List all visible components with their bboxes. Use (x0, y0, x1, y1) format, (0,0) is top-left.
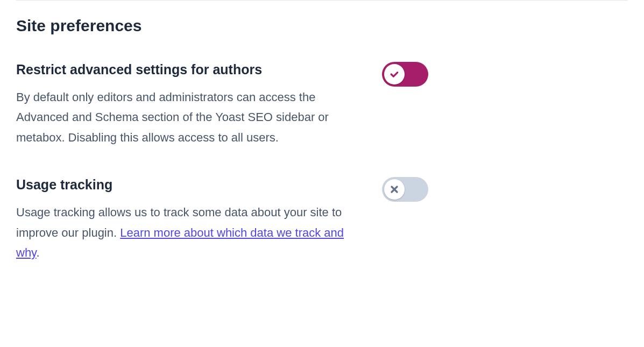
setting-description: By default only editors and administrato… (16, 87, 344, 147)
toggle-wrap (382, 62, 428, 87)
x-icon (389, 184, 400, 195)
checkmark-icon (389, 69, 400, 80)
setting-label: Restrict advanced settings for authors (16, 62, 344, 77)
restrict-advanced-toggle[interactable] (382, 62, 428, 87)
toggle-knob (384, 64, 405, 84)
setting-content: Usage tracking Usage tracking allows us … (16, 177, 360, 263)
site-preferences-section: Site preferences Restrict advanced setti… (0, 1, 644, 308)
description-text-post: . (37, 246, 40, 259)
setting-description: Usage tracking allows us to track some d… (16, 202, 344, 263)
setting-usage-tracking: Usage tracking Usage tracking allows us … (16, 177, 628, 263)
setting-content: Restrict advanced settings for authors B… (16, 62, 360, 147)
usage-tracking-toggle[interactable] (382, 177, 428, 202)
toggle-knob (384, 179, 405, 200)
setting-restrict-advanced: Restrict advanced settings for authors B… (16, 62, 628, 147)
setting-label: Usage tracking (16, 177, 344, 193)
toggle-wrap (382, 177, 428, 202)
section-title: Site preferences (16, 17, 628, 35)
